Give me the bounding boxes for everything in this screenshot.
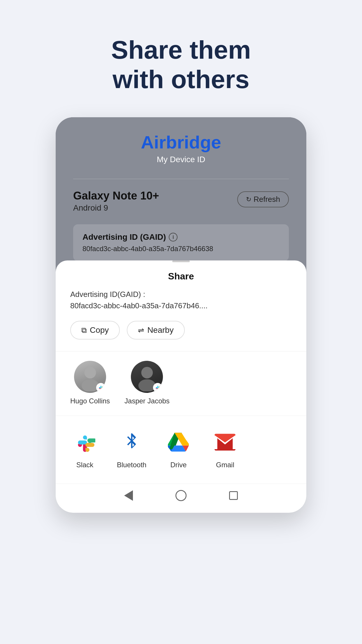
divider [73,179,289,179]
avatar [74,361,106,393]
section-divider-2 [56,416,306,416]
app-name-slack: Slack [76,461,94,469]
share-text: Advertising ID(GAID) : 80facd3c-abbc-4ab… [70,289,292,312]
phone-frame: Airbridge My Device ID Galaxy Note 10+ A… [56,117,306,513]
app-item-gmail[interactable]: Gmail [210,428,240,469]
refresh-button[interactable]: ↻ Refresh [237,191,289,207]
app-item-bluetooth[interactable]: Bluetooth [117,428,146,469]
bluetooth-app-icon [117,428,146,457]
nearby-button[interactable]: ⇌ Nearby [127,321,184,340]
home-icon [175,490,187,501]
device-name: Galaxy Note 10+ [73,190,159,202]
navigation-bar [56,484,306,507]
recents-icon [229,491,238,500]
refresh-icon: ↻ [246,196,251,203]
svg-point-1 [81,379,99,391]
drive-app-icon [164,428,193,457]
contact-item[interactable]: Hugo Collins [70,361,110,405]
device-os: Android 9 [73,203,159,213]
home-button[interactable] [175,490,187,501]
back-icon [124,490,133,501]
back-button[interactable] [123,490,134,501]
device-row: Galaxy Note 10+ Android 9 ↻ Refresh [73,190,289,213]
page-headline: Share them with others [111,35,251,94]
app-name-gmail: Gmail [216,461,234,469]
slack-badge [153,383,162,392]
action-buttons: ⧉ Copy ⇌ Nearby [56,321,306,340]
app-name-drive: Drive [170,461,187,469]
contacts-row: Hugo Collins [56,361,306,405]
gmail-app-icon [210,428,240,457]
avatar [131,361,163,393]
app-name-bluetooth: Bluetooth [117,461,146,469]
device-info: Galaxy Note 10+ Android 9 [73,190,159,213]
contact-name: Jasper Jacobs [124,397,170,405]
contact-item[interactable]: Jasper Jacobs [124,361,170,405]
ad-id-section: Advertising ID (GAID) i 80facd3c-abbc-4a… [73,224,289,261]
ad-id-label: Advertising ID (GAID) i [82,232,280,242]
app-subtitle: My Device ID [73,155,289,164]
recents-button[interactable] [228,490,239,501]
slack-badge [96,383,106,392]
ad-id-value: 80facd3c-abbc-4ab0-a35a-7da767b46638 [82,245,280,253]
slack-app-icon [70,428,99,457]
copy-button[interactable]: ⧉ Copy [70,321,120,340]
copy-icon: ⧉ [81,326,87,335]
svg-point-3 [138,379,156,391]
nearby-icon: ⇌ [138,326,144,335]
info-icon[interactable]: i [169,233,178,242]
app-section: Airbridge My Device ID Galaxy Note 10+ A… [56,117,306,261]
svg-point-2 [141,367,153,379]
app-item-slack[interactable]: Slack [70,428,99,469]
app-item-drive[interactable]: Drive [164,428,193,469]
app-title: Airbridge [73,132,289,153]
contact-name: Hugo Collins [70,397,110,405]
svg-point-0 [84,367,96,379]
apps-row: Slack Bluetooth [56,428,306,469]
sheet-handle [172,260,190,262]
share-title: Share [56,271,306,282]
share-content: Advertising ID(GAID) : 80facd3c-abbc-4ab… [56,289,306,312]
share-sheet: Share Advertising ID(GAID) : 80facd3c-ab… [56,260,306,513]
section-divider-1 [56,351,306,351]
